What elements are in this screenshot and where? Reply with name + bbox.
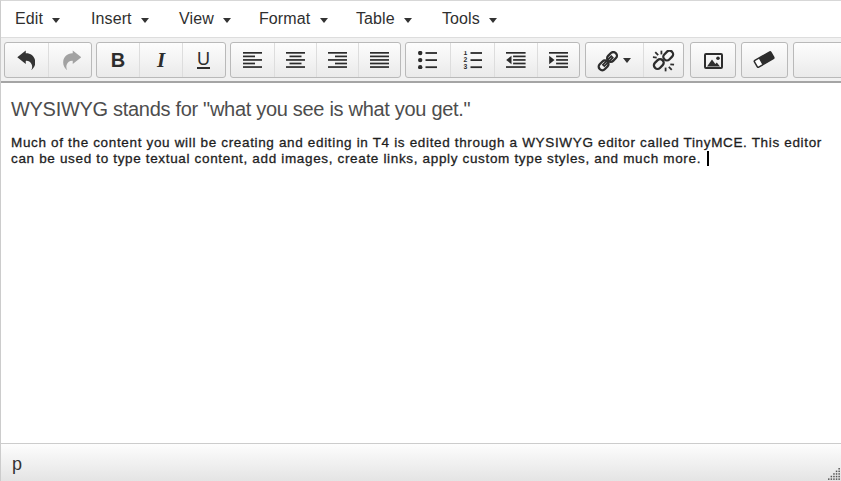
svg-text:3: 3 (463, 63, 467, 69)
